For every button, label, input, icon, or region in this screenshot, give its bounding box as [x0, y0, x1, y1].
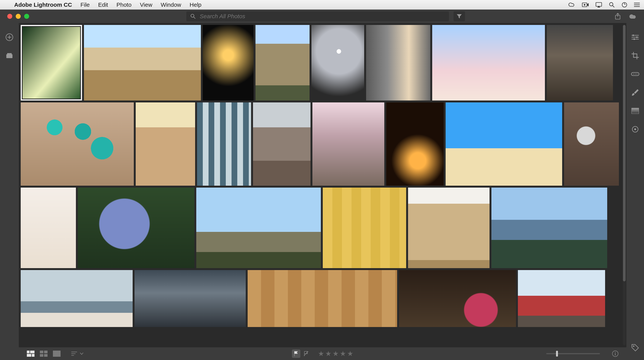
window-close-button[interactable]: [7, 14, 12, 19]
filter-button[interactable]: [454, 11, 465, 21]
sort-button[interactable]: [71, 351, 84, 356]
photo-thumb-stormy-clouds-landscape[interactable]: [134, 270, 246, 327]
star-5[interactable]: ★: [347, 350, 353, 358]
view-mode-detail[interactable]: [52, 350, 61, 357]
svg-rect-19: [6, 54, 12, 58]
photo-grid[interactable]: [19, 23, 626, 347]
svg-point-45: [635, 74, 636, 74]
healing-tool-button[interactable]: [630, 70, 640, 79]
svg-rect-29: [53, 350, 60, 357]
flag-reject-button[interactable]: [302, 349, 310, 358]
crop-tool-button[interactable]: [630, 51, 640, 60]
photo-thumb-lone-figure-beach[interactable]: [21, 270, 133, 327]
photo-thumb-city-buildings-sunset[interactable]: [366, 25, 430, 101]
photo-thumb-windblown-hair-mountains[interactable]: [492, 188, 607, 268]
svg-rect-20: [7, 53, 12, 54]
svg-rect-26: [44, 350, 48, 353]
creative-cloud-icon[interactable]: [568, 2, 576, 8]
photo-thumb-pastel-sky-structure[interactable]: [432, 25, 545, 101]
edit-panel-button[interactable]: [630, 33, 640, 42]
svg-rect-23: [27, 354, 31, 357]
grid-scrollbar-thumb[interactable]: [623, 25, 626, 281]
menu-edit[interactable]: Edit: [94, 2, 112, 8]
photo-thumb-woman-hat-wooden-fence[interactable]: [248, 270, 397, 327]
share-button[interactable]: [614, 13, 621, 20]
app-toolbar: [0, 10, 644, 23]
airplay-icon[interactable]: [595, 2, 602, 8]
menu-window[interactable]: Window: [156, 2, 186, 8]
keywords-tag-button[interactable]: [630, 343, 640, 352]
star-1[interactable]: ★: [318, 350, 324, 358]
spotlight-search-icon[interactable]: [609, 2, 615, 8]
menu-view[interactable]: View: [136, 2, 156, 8]
svg-rect-27: [40, 354, 43, 357]
photo-thumb-balanced-rock-woman[interactable]: [84, 25, 201, 101]
svg-point-44: [633, 74, 634, 74]
window-maximize-button[interactable]: [24, 14, 29, 19]
photo-thumb-person-on-cliff[interactable]: [256, 25, 310, 101]
photo-thumb-woman-industrial-windows[interactable]: [197, 102, 251, 186]
svg-rect-21: [27, 350, 30, 353]
photo-thumb-hand-holding-feather[interactable]: [21, 188, 76, 268]
photo-thumb-hiker-mountain-ridge[interactable]: [196, 188, 321, 268]
menu-file[interactable]: File: [76, 2, 94, 8]
star-3[interactable]: ★: [332, 350, 339, 358]
window-minimize-button[interactable]: [16, 14, 21, 19]
thumbnail-size-slider[interactable]: [546, 353, 600, 354]
svg-point-3: [610, 3, 613, 6]
search-bar[interactable]: [186, 11, 449, 21]
photo-thumb-cherry-blossom-street[interactable]: [312, 102, 384, 186]
star-4[interactable]: ★: [340, 350, 346, 358]
linear-gradient-button[interactable]: [630, 106, 640, 116]
view-mode-photo-grid[interactable]: [26, 350, 35, 357]
photo-thumb-railway-night-lights[interactable]: [203, 25, 254, 101]
app-name[interactable]: Adobe Lightroom CC: [10, 2, 76, 8]
svg-point-12: [191, 14, 194, 17]
photo-thumb-braided-hair-feathers[interactable]: [408, 188, 490, 268]
photo-thumb-roses-in-vase[interactable]: [399, 270, 516, 327]
photo-thumb-adobe-doorway-dog[interactable]: [136, 102, 195, 186]
grid-scrollbar[interactable]: [623, 25, 626, 345]
notification-center-icon[interactable]: [634, 2, 640, 8]
menu-photo[interactable]: Photo: [112, 2, 136, 8]
photo-thumb-turquoise-rings-hand[interactable]: [21, 102, 134, 186]
photo-thumb-woman-red-hair-street[interactable]: [253, 102, 310, 186]
siri-or-settings-icon[interactable]: [622, 2, 628, 8]
svg-line-4: [612, 6, 614, 7]
photo-thumb-people-vintage-truck[interactable]: [518, 270, 605, 327]
svg-rect-22: [30, 350, 34, 353]
photo-thumb-tassel-bracelet-still[interactable]: [564, 102, 619, 186]
screen-recording-icon[interactable]: [582, 2, 589, 8]
mac-menubar: Adobe Lightroom CC File Edit Photo View …: [0, 0, 644, 10]
thumbnail-size-knob[interactable]: [556, 351, 558, 356]
left-panel-rail: [0, 23, 19, 360]
svg-point-10: [634, 5, 635, 5]
svg-point-11: [634, 6, 635, 7]
svg-rect-48: [632, 108, 639, 114]
menu-help[interactable]: Help: [185, 2, 206, 8]
my-photos-panel-button[interactable]: [5, 51, 14, 60]
photo-thumb-forest-sunlight[interactable]: [21, 25, 82, 101]
photo-thumb-architectural-tunnel[interactable]: [312, 25, 364, 101]
rating-stars: ★ ★ ★ ★ ★: [318, 350, 353, 358]
info-button[interactable]: [612, 350, 619, 357]
search-input[interactable]: [199, 13, 445, 20]
view-mode-square-grid[interactable]: [40, 350, 48, 357]
brush-tool-button[interactable]: [630, 88, 640, 97]
photo-thumb-rainy-city-street[interactable]: [547, 25, 613, 101]
svg-point-50: [634, 128, 636, 130]
flag-pick-button[interactable]: [292, 349, 300, 358]
star-2[interactable]: ★: [325, 350, 332, 358]
photo-thumb-desert-dog-traveller[interactable]: [446, 102, 562, 186]
photo-thumb-campfire-people-night[interactable]: [386, 102, 444, 186]
cloud-sync-icon[interactable]: [629, 13, 637, 19]
photo-thumb-woman-yellow-wall[interactable]: [323, 188, 406, 268]
add-photos-button[interactable]: [5, 33, 14, 42]
radial-gradient-button[interactable]: [630, 125, 640, 134]
mac-status-icons: [568, 2, 640, 8]
svg-line-13: [194, 17, 195, 19]
svg-point-1: [584, 4, 585, 6]
photo-thumb-woman-lilac-bouquet[interactable]: [78, 188, 194, 268]
svg-point-46: [636, 74, 637, 74]
svg-rect-28: [44, 354, 48, 357]
